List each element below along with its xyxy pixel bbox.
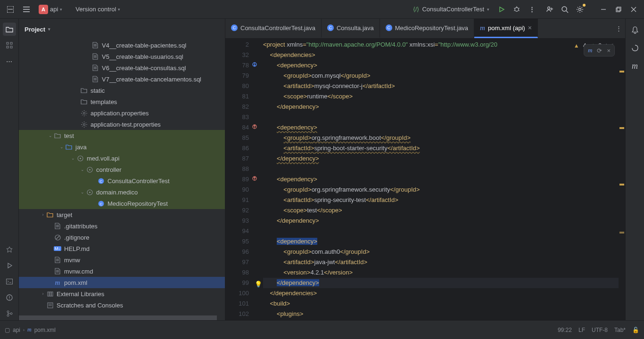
editor-tab[interactable]: CConsultaControllerTest.java: [225, 19, 322, 38]
search-icon[interactable]: [558, 3, 571, 16]
tree-item-icon: [46, 211, 54, 218]
breadcrumb-file[interactable]: pom.xml: [34, 327, 56, 333]
vcs-tool-icon[interactable]: [3, 307, 16, 320]
svg-line-10: [519, 10, 520, 11]
chevron-right-icon: ›: [23, 328, 25, 332]
chevron-down-icon: ▾: [48, 27, 50, 32]
svg-point-33: [7, 315, 9, 316]
run-tool-icon[interactable]: [3, 259, 16, 272]
vcs-dropdown[interactable]: Version control ▾: [73, 4, 123, 15]
tree-row[interactable]: mvnw: [19, 254, 225, 266]
tree-row[interactable]: ⌄test: [19, 130, 225, 141]
tree-item-icon: [80, 121, 88, 128]
tree-row[interactable]: Scratches and Consoles: [19, 299, 225, 311]
maximize-button[interactable]: [612, 3, 625, 16]
tree-row[interactable]: CConsultaControllerTest: [19, 175, 225, 186]
tree-item-label: .gitignore: [64, 234, 89, 241]
hamburger-icon[interactable]: [20, 3, 33, 16]
tree-item-label: application.properties: [91, 110, 149, 117]
tree-item-label: V5__create-table-usuarios.sql: [102, 53, 183, 60]
line-separator[interactable]: LF: [578, 327, 585, 333]
tree-row[interactable]: ⌄med.voll.api: [19, 153, 225, 164]
tree-row[interactable]: V7__create-table-cancelamentos.sql: [19, 73, 225, 85]
debug-button[interactable]: [510, 3, 523, 16]
project-sidebar: Project ▾ V4__create-table-pacientes.sql…: [19, 19, 225, 320]
tree-row[interactable]: .gitignore: [19, 232, 225, 243]
svg-point-50: [80, 158, 81, 159]
tree-row[interactable]: application-test.properties: [19, 119, 225, 130]
svg-point-48: [83, 123, 85, 125]
maven-tool-icon[interactable]: m: [628, 59, 642, 73]
tree-row[interactable]: ⌄domain.medico: [19, 186, 225, 198]
indent-setting[interactable]: Tab*: [614, 327, 626, 333]
bookmarks-tool-icon[interactable]: [3, 243, 16, 256]
tree-row[interactable]: ›target: [19, 209, 225, 220]
tree-item-label: .gitattributes: [64, 223, 98, 230]
project-selector[interactable]: A api ▾: [36, 3, 65, 16]
main-menu-icon[interactable]: [4, 3, 17, 16]
tree-item-icon: [54, 132, 61, 139]
tree-row[interactable]: static: [19, 85, 225, 96]
tree-row[interactable]: CMedicoRepositoryTest: [19, 198, 225, 209]
tree-row[interactable]: templates: [19, 96, 225, 107]
svg-line-8: [519, 8, 520, 8]
editor-minimap[interactable]: [619, 39, 625, 320]
more-tool-icon[interactable]: ⋯: [3, 55, 16, 68]
tree-row[interactable]: mvnw.cmd: [19, 266, 225, 277]
ai-assistant-icon[interactable]: [628, 41, 642, 55]
cursor-position[interactable]: 99:22: [558, 327, 572, 333]
top-bar: A api ▾ Version control ▾ ⟨/⟩ ConsultaCo…: [0, 0, 644, 19]
svg-rect-19: [617, 7, 621, 11]
svg-point-11: [548, 7, 550, 9]
refresh-icon[interactable]: ⟳: [597, 47, 602, 54]
project-tool-icon[interactable]: [3, 23, 16, 36]
gutter: 2327879808182838485868788899091929394959…: [225, 39, 253, 320]
code-editor[interactable]: 2327879808182838485868788899091929394959…: [225, 39, 625, 320]
code-with-me-icon[interactable]: [543, 3, 556, 16]
structure-tool-icon[interactable]: [3, 39, 16, 52]
tree-item-icon: [80, 109, 88, 117]
tree-item-label: V4__create-table-pacientes.sql: [102, 42, 186, 49]
svg-point-31: [9, 299, 10, 299]
svg-point-56: [89, 192, 91, 193]
notifications-icon[interactable]: [628, 24, 642, 37]
tree-row[interactable]: V5__create-table-usuarios.sql: [19, 51, 225, 62]
close-button[interactable]: [627, 3, 640, 16]
more-actions-icon[interactable]: ⋮: [525, 3, 538, 16]
terminal-tool-icon[interactable]: [3, 275, 16, 288]
problems-tool-icon[interactable]: [3, 291, 16, 304]
tree-item-icon: [54, 234, 61, 241]
tab-more-icon[interactable]: ⋮: [612, 22, 625, 35]
close-icon[interactable]: ×: [607, 47, 611, 54]
tree-row[interactable]: ⌄controller: [19, 164, 225, 175]
run-config-selector[interactable]: ⟨/⟩ ConsultaControllerTest ▾: [409, 4, 493, 15]
tree-row[interactable]: .gitattributes: [19, 220, 225, 232]
tree-row[interactable]: mpom.xml: [19, 277, 225, 288]
tree-row[interactable]: V4__create-table-pacientes.sql: [19, 40, 225, 51]
tree-item-label: domain.medico: [96, 189, 138, 196]
project-tree[interactable]: V4__create-table-pacientes.sqlV5__create…: [19, 40, 225, 320]
tree-row[interactable]: ⌄java: [19, 141, 225, 153]
run-button[interactable]: [495, 3, 508, 16]
tree-row[interactable]: V6__create-table-consultas.sql: [19, 62, 225, 73]
editor-tab[interactable]: mpom.xml (api)×: [474, 19, 538, 38]
tree-item-icon: [91, 41, 99, 49]
code-content[interactable]: <project xmlns="http://maven.apache.org/…: [253, 39, 619, 320]
close-icon[interactable]: ×: [528, 24, 532, 32]
svg-rect-27: [6, 279, 12, 284]
svg-point-16: [579, 8, 581, 10]
editor-tab[interactable]: CMedicoRepositoryTest.java: [380, 19, 474, 38]
breadcrumb-root[interactable]: api: [13, 327, 20, 333]
tree-horizontal-scrollbar[interactable]: [19, 315, 225, 320]
editor-tab[interactable]: CConsulta.java: [322, 19, 380, 38]
svg-line-63: [56, 236, 59, 239]
tree-row[interactable]: M↓HELP.md: [19, 243, 225, 254]
ai-floating-widget[interactable]: m ⟳ ×: [584, 44, 615, 56]
minimize-button[interactable]: [597, 3, 610, 16]
tree-row[interactable]: application.properties: [19, 107, 225, 119]
project-panel-header[interactable]: Project ▾: [19, 19, 225, 40]
settings-icon[interactable]: [573, 3, 586, 16]
tree-row[interactable]: ›External Libraries: [19, 288, 225, 299]
file-encoding[interactable]: UTF-8: [592, 327, 608, 333]
readonly-icon[interactable]: 🔓: [632, 327, 639, 333]
